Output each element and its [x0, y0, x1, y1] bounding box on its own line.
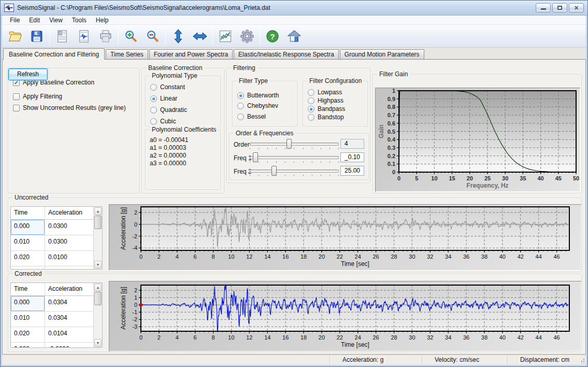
zoom-out-icon	[146, 29, 160, 44]
radio-option[interactable]: Cubic	[150, 118, 176, 125]
table-cell[interactable]: -0.0096	[45, 343, 93, 348]
radio-option[interactable]: Constant	[150, 83, 185, 91]
table-cell[interactable]: 0.0300	[45, 220, 93, 235]
chart-icon	[218, 29, 233, 44]
table-scrollbar[interactable]: ▲▼	[93, 283, 102, 347]
scroll-up-button[interactable]: ▲	[94, 284, 102, 291]
table-scrollbar[interactable]: ▲▼	[93, 207, 102, 269]
checkbox[interactable]	[13, 93, 20, 100]
radio-button[interactable]	[150, 95, 157, 102]
table-cell[interactable]: 0.0304	[45, 312, 93, 327]
tab-4[interactable]: Ground Motion Parameters	[340, 49, 424, 59]
table-cell[interactable]: 0.030	[11, 343, 45, 348]
table-cell[interactable]: 0.030	[11, 266, 45, 270]
slider-value-input[interactable]: 4	[340, 139, 364, 149]
adjust-horizontal-scale-button[interactable]	[189, 26, 211, 47]
menu-help[interactable]: Help	[91, 16, 113, 24]
zoom-in-button[interactable]	[120, 26, 142, 47]
scrollbar-thumb[interactable]	[94, 292, 102, 305]
radio-option[interactable]: Lowpass	[308, 89, 342, 96]
menu-view[interactable]: View	[45, 16, 67, 24]
checkbox-row[interactable]: Show Uncorrected Results (grey line)	[13, 104, 126, 111]
slider-track[interactable]	[250, 156, 339, 159]
radio-option[interactable]: Butterworth	[237, 92, 279, 99]
view-signal-data-button[interactable]	[73, 26, 95, 47]
report-button[interactable]	[51, 26, 73, 47]
column-header[interactable]: Time	[11, 207, 45, 219]
table-cell[interactable]: 0.020	[11, 327, 45, 342]
tab-3[interactable]: Elastic/Inelastic Response Spectra	[234, 49, 339, 59]
close-button[interactable]: ×	[569, 3, 584, 12]
menu-tools[interactable]: Tools	[67, 16, 91, 24]
radio-option[interactable]: Linear	[150, 95, 177, 102]
table-cell[interactable]: 0.000	[11, 220, 45, 235]
slider-value-input[interactable]: 25.00	[340, 166, 364, 176]
column-header[interactable]: Time	[11, 283, 45, 295]
svg-text:34: 34	[445, 334, 451, 341]
radio-label: Lowpass	[318, 89, 342, 96]
open-file-button[interactable]	[4, 26, 26, 47]
menu-file[interactable]: File	[5, 16, 24, 24]
checkbox-row[interactable]: Apply Filtering	[13, 93, 62, 100]
radio-button[interactable]	[237, 114, 244, 120]
checkbox[interactable]	[13, 105, 20, 111]
slider-track[interactable]	[250, 143, 339, 146]
radio-button[interactable]	[308, 114, 314, 121]
save-button[interactable]	[26, 26, 48, 47]
radio-button[interactable]	[150, 118, 157, 125]
radio-option[interactable]: Chebyshev	[237, 102, 278, 109]
resize-grip[interactable]	[580, 359, 585, 363]
radio-option[interactable]: Highpass	[308, 97, 343, 104]
svg-text:50: 50	[573, 175, 579, 181]
scroll-up-button[interactable]: ▲	[94, 207, 102, 215]
zoom-out-button[interactable]	[142, 26, 164, 47]
home-button[interactable]	[283, 26, 305, 47]
radio-button[interactable]	[150, 107, 157, 114]
column-header[interactable]: Acceleration	[45, 207, 93, 219]
tab-0[interactable]: Baseline Correction and Filtering	[3, 48, 105, 60]
table-cell[interactable]: 0.0300	[45, 235, 93, 250]
table-cell[interactable]: 0.020	[11, 251, 45, 266]
svg-text:Acceleration [g]: Acceleration [g]	[120, 207, 127, 250]
table-cell[interactable]: 0.0100	[45, 251, 93, 266]
radio-option[interactable]: Bessel	[237, 113, 266, 120]
radio-option[interactable]: Bandstop	[308, 114, 344, 121]
restore-button[interactable]	[552, 3, 567, 12]
svg-text:22: 22	[337, 253, 343, 260]
table-cell[interactable]: 0.010	[11, 235, 45, 250]
help-button[interactable]: ?	[262, 26, 283, 47]
column-header[interactable]: Acceleration	[45, 283, 93, 295]
settings-button[interactable]	[236, 26, 258, 47]
radio-option[interactable]: Quadratic	[150, 106, 187, 114]
refresh-button[interactable]: Refresh	[8, 68, 48, 80]
radio-button[interactable]	[308, 106, 314, 112]
graph-options-button[interactable]	[214, 26, 236, 47]
slider-track[interactable]	[250, 170, 339, 173]
table-cell[interactable]: 0.0104	[45, 327, 93, 342]
radio-button[interactable]	[308, 89, 314, 96]
signal-document-icon	[77, 29, 91, 44]
tab-1[interactable]: Time Series	[106, 49, 148, 59]
adjust-vertical-scale-button[interactable]	[167, 26, 189, 47]
slider-label: Freq 2	[234, 168, 252, 175]
scrollbar-thumb[interactable]	[94, 216, 102, 229]
table-cell[interactable]: 0.010	[11, 312, 45, 327]
tab-2[interactable]: Fourier and Power Spectra	[149, 49, 233, 59]
table-cell[interactable]: 0.0304	[45, 296, 93, 311]
table-row: 0.030-0.0100	[11, 266, 93, 270]
menu-edit[interactable]: Edit	[24, 16, 45, 24]
scroll-down-button[interactable]: ▼	[94, 339, 102, 347]
svg-text:?: ?	[270, 32, 275, 40]
uncorrected-group: Uncorrected TimeAcceleration0.0000.03000…	[8, 197, 582, 272]
radio-button[interactable]	[237, 92, 244, 99]
radio-button[interactable]	[150, 84, 157, 91]
slider-value-input[interactable]: _0.10	[340, 152, 364, 162]
print-button[interactable]	[95, 26, 117, 47]
table-cell[interactable]: 0.000	[11, 296, 45, 311]
radio-button[interactable]	[308, 97, 314, 104]
table-cell[interactable]: -0.0100	[45, 266, 93, 270]
radio-button[interactable]	[237, 103, 244, 109]
radio-option[interactable]: Bandpass	[308, 105, 345, 112]
minimize-button[interactable]	[536, 3, 551, 12]
scroll-down-button[interactable]: ▼	[94, 261, 102, 269]
